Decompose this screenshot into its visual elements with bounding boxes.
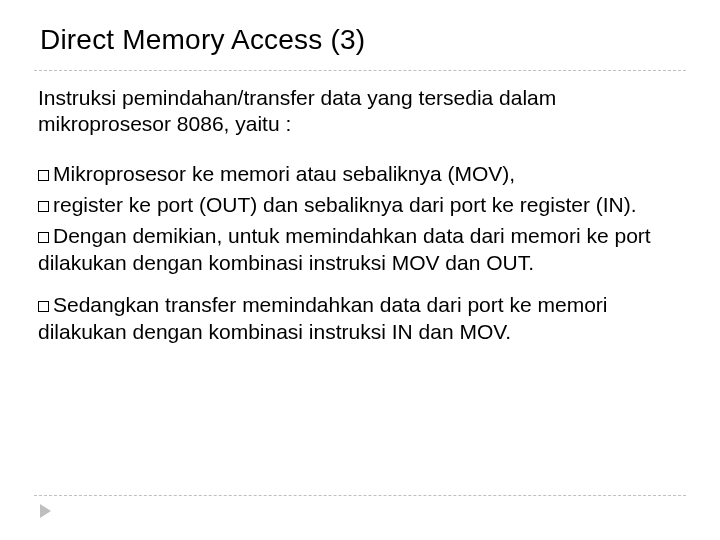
bullet-lead: register <box>53 193 123 216</box>
bullet-list: Mikroprosesor ke memori atau sebaliknya … <box>38 160 680 346</box>
bullet-rest: ke port (OUT) dan sebaliknya dari port k… <box>123 193 637 216</box>
bullet-lead: Mikroprosesor <box>53 162 186 185</box>
checkbox-icon <box>38 232 49 243</box>
list-item: Dengan demikian, untuk memindahkan data … <box>38 222 680 277</box>
intro-text: Instruksi pemindahan/transfer data yang … <box>38 85 680 138</box>
divider-top <box>34 70 686 71</box>
list-item: register ke port (OUT) dan sebaliknya da… <box>38 191 680 218</box>
bullet-lead: Dengan <box>53 224 127 247</box>
list-item: Mikroprosesor ke memori atau sebaliknya … <box>38 160 680 187</box>
bullet-lead: Sedangkan <box>53 293 159 316</box>
divider-bottom <box>34 495 686 496</box>
slide-title: Direct Memory Access (3) <box>40 24 686 56</box>
arrow-right-icon <box>40 504 51 518</box>
bullet-rest: ke memori atau sebaliknya (MOV), <box>186 162 515 185</box>
checkbox-icon <box>38 301 49 312</box>
list-item: Sedangkan transfer memindahkan data dari… <box>38 291 680 346</box>
checkbox-icon <box>38 201 49 212</box>
bullet-rest: demikian, untuk memindahkan data dari me… <box>38 224 651 274</box>
checkbox-icon <box>38 170 49 181</box>
slide: Direct Memory Access (3) Instruksi pemin… <box>0 0 720 540</box>
